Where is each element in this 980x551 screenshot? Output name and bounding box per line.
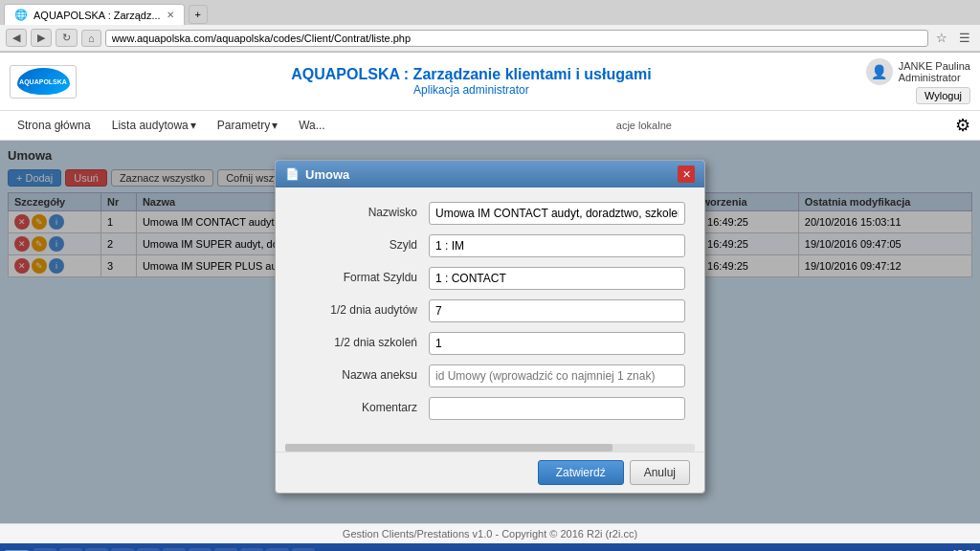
menu-button[interactable]: ☰ [955, 29, 974, 47]
logo-area: AQUAPOLSKA [10, 65, 77, 99]
form-row-half-day-audits: 1/2 dnia audytów [295, 299, 685, 322]
label-half-day-trainings: 1/2 dnia szkoleń [295, 332, 429, 349]
nav-home[interactable]: Strona główna [10, 116, 99, 135]
forward-button[interactable]: ▶ [31, 29, 52, 47]
logo-text: AQUAPOLSKA [19, 78, 67, 85]
logout-button[interactable]: Wyloguj [916, 87, 970, 104]
browser-controls: ◀ ▶ ↻ ⌂ ☆ ☰ [0, 25, 980, 52]
home-button[interactable]: ⌂ [81, 30, 101, 47]
input-half-day-trainings[interactable] [429, 332, 685, 355]
modal-dialog: 📄 Umowa ✕ Nazwisko Szyld Format Sz [275, 160, 705, 494]
footer-text: Gestion Clients/Prestations v1.0 - Copyr… [343, 528, 637, 540]
app-title: AQUAPOLSKA : Zarządzanie klientami i usł… [77, 66, 866, 83]
label-annex: Nazwa aneksu [295, 364, 429, 382]
label-comment: Komentarz [295, 397, 429, 414]
footer: Gestion Clients/Prestations v1.0 - Copyr… [0, 523, 980, 543]
modal-title-icon: 📄 [285, 167, 300, 181]
input-szyld[interactable] [429, 234, 685, 257]
cancel-button[interactable]: Anuluj [630, 460, 690, 485]
user-role: Administrator [899, 72, 970, 83]
label-nazwisko: Nazwisko [295, 202, 429, 219]
nav-audit-list[interactable]: Lista audytowa ▾ [104, 116, 204, 135]
active-tab[interactable]: 🌐 AQUAPOLSKA : Zarządz... ✕ [4, 4, 185, 25]
input-comment[interactable] [429, 397, 685, 420]
user-area: 👤 JANKE Paulina Administrator Wyloguj [866, 58, 970, 104]
settings-icon[interactable]: ⚙ [955, 116, 970, 135]
browser-chrome: 🌐 AQUAPOLSKA : Zarządz... ✕ + ◀ ▶ ↻ ⌂ ☆ … [0, 0, 980, 53]
input-annex[interactable] [429, 364, 685, 387]
app-subtitle: Aplikacja administrator [77, 83, 866, 97]
tab-close-icon[interactable]: ✕ [167, 10, 174, 20]
form-row-format-szyld: Format Szyldu [295, 267, 685, 290]
confirm-button[interactable]: Zatwierdź [538, 460, 624, 485]
tab-bar: 🌐 AQUAPOLSKA : Zarządz... ✕ + [0, 0, 980, 25]
modal-body: Nazwisko Szyld Format Szyldu 1/2 dnia au… [276, 187, 704, 444]
label-half-day-audits: 1/2 dnia audytów [295, 299, 429, 317]
label-szyld: Szyld [295, 234, 429, 252]
app-header: AQUAPOLSKA AQUAPOLSKA : Zarządzanie klie… [0, 53, 980, 111]
nav-action-text: acje lokalne [616, 120, 672, 131]
refresh-button[interactable]: ↻ [56, 29, 78, 47]
nav-other[interactable]: Wa... [291, 116, 333, 135]
input-format-szyld[interactable] [429, 267, 685, 290]
nav-parameters[interactable]: Parametry ▾ [210, 116, 285, 135]
nav-parameters-chevron: ▾ [272, 119, 278, 132]
main-content: Umowa + Dodaj Usuń Zaznacz wszystko Cofn… [0, 141, 980, 523]
modal-overlay: 📄 Umowa ✕ Nazwisko Szyld Format Sz [0, 141, 980, 523]
new-tab-button[interactable]: + [189, 5, 208, 24]
form-row-half-day-trainings: 1/2 dnia szkoleń [295, 332, 685, 355]
form-row-annex: Nazwa aneksu [295, 364, 685, 387]
modal-title-area: 📄 Umowa [285, 167, 349, 182]
back-button[interactable]: ◀ [6, 29, 27, 47]
modal-header: 📄 Umowa ✕ [276, 161, 704, 187]
star-button[interactable]: ☆ [932, 29, 951, 47]
taskbar: ⊞ 📁 🌐 🔍 📧 📝 📊 📋 🖥 📱 🎵 🖨 🌐 AQUAPOLSKA : Z… [0, 543, 980, 551]
nav-bar: Strona główna Lista audytowa ▾ Parametry… [0, 111, 980, 141]
scrollbar-thumb [285, 444, 612, 452]
browser-action-buttons: ☆ ☰ [932, 29, 974, 47]
nav-parameters-label: Parametry [217, 119, 270, 132]
nav-right-icon: ⚙ [955, 115, 970, 136]
input-nazwisko[interactable] [429, 202, 685, 225]
logo-image: AQUAPOLSKA [10, 65, 77, 99]
modal-close-button[interactable]: ✕ [678, 165, 695, 183]
address-bar[interactable] [105, 30, 928, 47]
tab-title: AQUAPOLSKA : Zarządz... [33, 10, 161, 21]
form-row-comment: Komentarz [295, 397, 685, 420]
form-row-nazwisko: Nazwisko [295, 202, 685, 225]
input-half-day-audits[interactable] [429, 299, 685, 322]
form-row-szyld: Szyld [295, 234, 685, 257]
modal-title-text: Umowa [305, 167, 349, 182]
label-format-szyld: Format Szyldu [295, 267, 429, 284]
user-name: JANKE Paulina [899, 60, 970, 72]
modal-scrollbar[interactable] [285, 444, 695, 452]
modal-footer: Zatwierdź Anuluj [276, 452, 704, 493]
modal-scroll-area [276, 444, 704, 452]
header-title-area: AQUAPOLSKA : Zarządzanie klientami i usł… [77, 66, 866, 97]
nav-audit-list-chevron: ▾ [190, 119, 196, 132]
nav-audit-list-label: Lista audytowa [112, 119, 189, 132]
logo-circle: AQUAPOLSKA [17, 68, 70, 95]
user-avatar: 👤 [866, 58, 893, 85]
tab-favicon: 🌐 [14, 9, 28, 21]
